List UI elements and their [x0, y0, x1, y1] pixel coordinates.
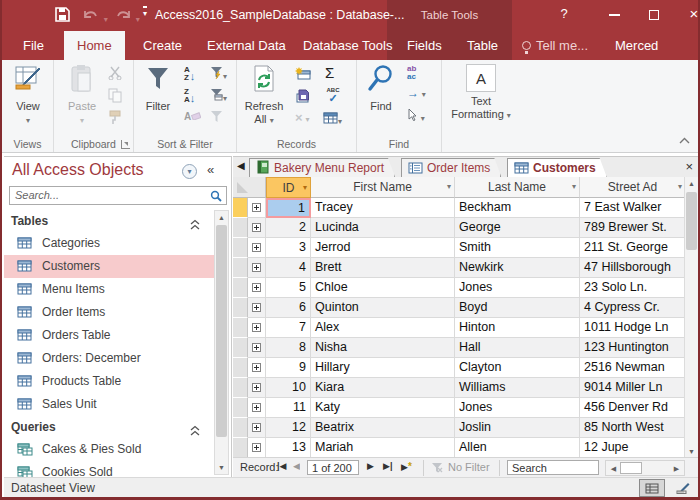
cell[interactable]: 5 [266, 278, 311, 298]
toggle-filter-icon[interactable] [210, 110, 232, 129]
sidebar-item-sales-unit[interactable]: Sales Unit [4, 393, 214, 416]
no-filter-icon[interactable] [431, 462, 443, 475]
design-view-button[interactable] [670, 479, 696, 497]
cell[interactable]: Jones [455, 278, 580, 298]
cell[interactable]: Williams [455, 378, 580, 398]
cell[interactable]: 13 [266, 438, 311, 458]
row-selector[interactable] [233, 438, 248, 458]
expand-plus-icon[interactable] [252, 203, 261, 212]
datasheet-vscrollbar[interactable]: ▲ ▼ [684, 177, 698, 458]
row-selector[interactable] [233, 278, 248, 298]
first-record-button[interactable]: |◀ [277, 461, 286, 471]
expand-row-cell[interactable] [248, 198, 266, 218]
help-icon[interactable]: ? [547, 0, 581, 28]
expand-row-cell[interactable] [248, 258, 266, 278]
row-selector[interactable] [233, 318, 248, 338]
cell[interactable]: 10 [266, 378, 311, 398]
replace-icon[interactable]: ab ac [407, 64, 429, 83]
row-selector[interactable] [233, 338, 248, 358]
datasheet-hscrollbar[interactable]: ◀ ▶ [605, 460, 685, 476]
shutter-bar-collapse-icon[interactable]: « [207, 162, 214, 177]
cell[interactable]: Alex [311, 318, 455, 338]
cell[interactable]: Mariah [311, 438, 455, 458]
cell[interactable]: 8 [266, 338, 311, 358]
expand-plus-icon[interactable] [252, 223, 261, 232]
tell-me-box[interactable]: Tell me... [522, 31, 588, 60]
cell[interactable]: Lucinda [311, 218, 455, 238]
cell[interactable]: 4 Cypress Cr. [580, 298, 684, 318]
view-button[interactable]: View▾ [5, 64, 51, 127]
cell[interactable]: Katy [311, 398, 455, 418]
cell[interactable]: Jones [455, 398, 580, 418]
cell[interactable]: 9014 Miller Ln [580, 378, 684, 398]
sidebar-section-header-queries[interactable]: Queries [4, 416, 214, 438]
cell[interactable]: Smith [455, 238, 580, 258]
scroll-down-icon[interactable]: ▼ [215, 461, 228, 474]
copy-icon[interactable] [108, 88, 130, 107]
spelling-icon[interactable]: ABC ✓ [322, 87, 344, 106]
save-record-icon[interactable] [295, 88, 317, 107]
cell[interactable]: Chloe [311, 278, 455, 298]
scroll-right-icon[interactable]: ▶ [670, 462, 683, 475]
column-dropdown-icon[interactable]: ▾ [447, 177, 451, 197]
nav-scrollbar[interactable]: ▲ ▼ [214, 210, 229, 475]
scroll-up-icon[interactable]: ▲ [215, 211, 228, 224]
column-dropdown-icon[interactable]: ▾ [303, 178, 307, 198]
expand-plus-icon[interactable] [252, 343, 261, 352]
expand-row-cell[interactable] [248, 318, 266, 338]
scroll-up-icon[interactable]: ▲ [685, 177, 698, 190]
advanced-filter-icon[interactable]: ▾ [210, 88, 232, 107]
cell[interactable]: Beatrix [311, 418, 455, 438]
undo-icon[interactable]: ▾ [82, 8, 108, 28]
cell[interactable]: 85 North West [580, 418, 684, 438]
expand-row-cell[interactable] [248, 218, 266, 238]
sidebar-item-menu-items[interactable]: Menu Items [4, 278, 214, 301]
nav-search-input[interactable]: Search... [9, 186, 227, 205]
hscroll-thumb[interactable] [620, 462, 642, 474]
tab-external-data[interactable]: External Data [194, 31, 299, 60]
expand-row-cell[interactable] [248, 418, 266, 438]
sort-descending-icon[interactable]: ZA↓ [184, 88, 206, 107]
row-selector[interactable] [233, 418, 248, 438]
cell[interactable]: 4 [266, 258, 311, 278]
expand-plus-icon[interactable] [252, 243, 261, 252]
filter-button[interactable]: Filter [137, 64, 179, 113]
account-name[interactable]: Merced Flores [615, 31, 698, 60]
sidebar-item-categories[interactable]: Categories [4, 232, 214, 255]
close-document-icon[interactable]: × [685, 159, 693, 174]
sort-ascending-icon[interactable]: AZ↓ [184, 66, 206, 85]
expand-plus-icon[interactable] [252, 263, 261, 272]
new-record-button[interactable]: ▶* [401, 461, 412, 472]
paste-button[interactable]: Paste▾ [60, 64, 104, 127]
sheet-scroll-thumb[interactable] [686, 192, 697, 250]
cell[interactable]: 11 [266, 398, 311, 418]
expand-row-cell[interactable] [248, 238, 266, 258]
cell[interactable]: 47 Hillsborough [580, 258, 684, 278]
record-search-input[interactable]: Search [507, 460, 599, 475]
cell[interactable]: 12 [266, 418, 311, 438]
document-tab-order-items[interactable]: Order Items [401, 158, 501, 177]
customize-qat-icon[interactable]: ▾ [143, 6, 147, 26]
expand-row-cell[interactable] [248, 358, 266, 378]
cell[interactable]: 7 East Walker [580, 198, 684, 218]
expand-row-cell[interactable] [248, 338, 266, 358]
cell[interactable]: 12 Jupe [580, 438, 684, 458]
goto-icon[interactable]: → ▾ [407, 86, 429, 105]
tab-scroll-left-icon[interactable]: ◀ [237, 160, 245, 171]
expand-plus-icon[interactable] [252, 383, 261, 392]
cell[interactable]: Hillary [311, 358, 455, 378]
sidebar-section-header-tables[interactable]: Tables [4, 210, 214, 232]
tab-file[interactable]: File [10, 31, 57, 60]
cell[interactable]: 2516 Newman [580, 358, 684, 378]
scroll-left-icon[interactable]: ◀ [607, 462, 620, 475]
nav-pane-menu-icon[interactable]: ▾ [182, 164, 197, 179]
expand-plus-icon[interactable] [252, 423, 261, 432]
cell[interactable]: Beckham [455, 198, 580, 218]
cell[interactable]: 6 [266, 298, 311, 318]
cell[interactable]: 23 Solo Ln. [580, 278, 684, 298]
find-button[interactable]: Find [361, 64, 401, 113]
cell[interactable]: Newkirk [455, 258, 580, 278]
cell[interactable]: Jerrod [311, 238, 455, 258]
new-record-icon[interactable] [295, 66, 317, 85]
sidebar-item-cookies-sold[interactable]: Cookies Sold [4, 461, 214, 477]
